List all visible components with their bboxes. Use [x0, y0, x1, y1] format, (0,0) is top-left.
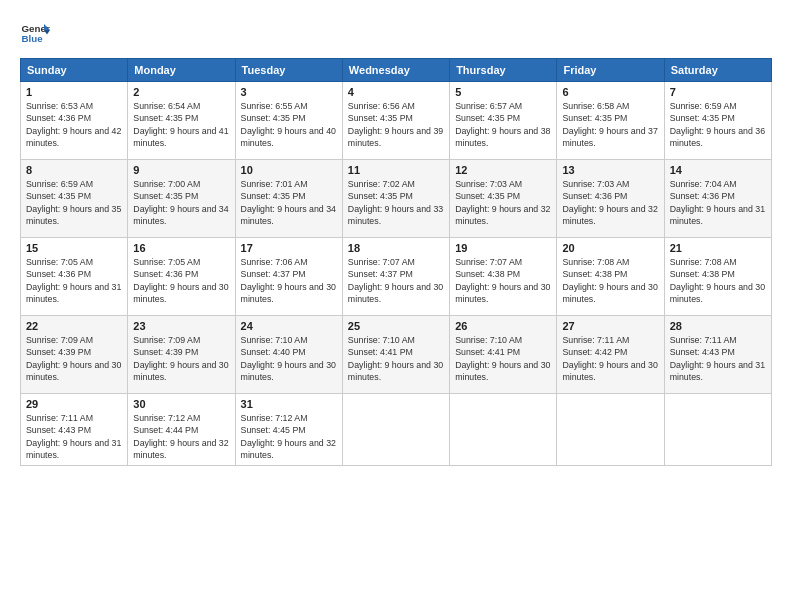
day-number: 29: [26, 398, 122, 410]
day-info: Sunrise: 6:53 AM Sunset: 4:36 PM Dayligh…: [26, 100, 122, 149]
day-info: Sunrise: 7:05 AM Sunset: 4:36 PM Dayligh…: [26, 256, 122, 305]
calendar-cell: 19 Sunrise: 7:07 AM Sunset: 4:38 PM Dayl…: [450, 238, 557, 316]
day-number: 26: [455, 320, 551, 332]
day-number: 31: [241, 398, 337, 410]
calendar-cell: 29 Sunrise: 7:11 AM Sunset: 4:43 PM Dayl…: [21, 394, 128, 466]
calendar-cell: 5 Sunrise: 6:57 AM Sunset: 4:35 PM Dayli…: [450, 82, 557, 160]
weekday-header-saturday: Saturday: [664, 59, 771, 82]
calendar-cell: 21 Sunrise: 7:08 AM Sunset: 4:38 PM Dayl…: [664, 238, 771, 316]
calendar-cell: 6 Sunrise: 6:58 AM Sunset: 4:35 PM Dayli…: [557, 82, 664, 160]
day-number: 4: [348, 86, 444, 98]
day-number: 22: [26, 320, 122, 332]
calendar-cell: 8 Sunrise: 6:59 AM Sunset: 4:35 PM Dayli…: [21, 160, 128, 238]
day-number: 11: [348, 164, 444, 176]
day-info: Sunrise: 6:54 AM Sunset: 4:35 PM Dayligh…: [133, 100, 229, 149]
day-info: Sunrise: 7:06 AM Sunset: 4:37 PM Dayligh…: [241, 256, 337, 305]
day-info: Sunrise: 7:03 AM Sunset: 4:35 PM Dayligh…: [455, 178, 551, 227]
weekday-header-wednesday: Wednesday: [342, 59, 449, 82]
day-info: Sunrise: 6:59 AM Sunset: 4:35 PM Dayligh…: [26, 178, 122, 227]
calendar-cell: 24 Sunrise: 7:10 AM Sunset: 4:40 PM Dayl…: [235, 316, 342, 394]
calendar-cell: 18 Sunrise: 7:07 AM Sunset: 4:37 PM Dayl…: [342, 238, 449, 316]
calendar-cell: 14 Sunrise: 7:04 AM Sunset: 4:36 PM Dayl…: [664, 160, 771, 238]
svg-text:Blue: Blue: [22, 33, 44, 44]
day-number: 23: [133, 320, 229, 332]
day-number: 2: [133, 86, 229, 98]
calendar-cell: 3 Sunrise: 6:55 AM Sunset: 4:35 PM Dayli…: [235, 82, 342, 160]
day-info: Sunrise: 7:05 AM Sunset: 4:36 PM Dayligh…: [133, 256, 229, 305]
day-info: Sunrise: 7:10 AM Sunset: 4:41 PM Dayligh…: [348, 334, 444, 383]
day-number: 3: [241, 86, 337, 98]
calendar-cell: 28 Sunrise: 7:11 AM Sunset: 4:43 PM Dayl…: [664, 316, 771, 394]
day-info: Sunrise: 7:11 AM Sunset: 4:43 PM Dayligh…: [670, 334, 766, 383]
day-number: 17: [241, 242, 337, 254]
logo: General Blue: [20, 18, 56, 48]
calendar-cell: [557, 394, 664, 466]
calendar-table: SundayMondayTuesdayWednesdayThursdayFrid…: [20, 58, 772, 466]
day-info: Sunrise: 6:56 AM Sunset: 4:35 PM Dayligh…: [348, 100, 444, 149]
day-number: 10: [241, 164, 337, 176]
header: General Blue: [20, 18, 772, 48]
calendar-cell: 30 Sunrise: 7:12 AM Sunset: 4:44 PM Dayl…: [128, 394, 235, 466]
day-number: 25: [348, 320, 444, 332]
weekday-header-tuesday: Tuesday: [235, 59, 342, 82]
day-info: Sunrise: 7:02 AM Sunset: 4:35 PM Dayligh…: [348, 178, 444, 227]
calendar-cell: [342, 394, 449, 466]
day-info: Sunrise: 7:04 AM Sunset: 4:36 PM Dayligh…: [670, 178, 766, 227]
day-info: Sunrise: 7:12 AM Sunset: 4:45 PM Dayligh…: [241, 412, 337, 461]
calendar-cell: 20 Sunrise: 7:08 AM Sunset: 4:38 PM Dayl…: [557, 238, 664, 316]
day-info: Sunrise: 7:03 AM Sunset: 4:36 PM Dayligh…: [562, 178, 658, 227]
day-number: 27: [562, 320, 658, 332]
weekday-header-friday: Friday: [557, 59, 664, 82]
day-info: Sunrise: 7:10 AM Sunset: 4:41 PM Dayligh…: [455, 334, 551, 383]
calendar-cell: 1 Sunrise: 6:53 AM Sunset: 4:36 PM Dayli…: [21, 82, 128, 160]
day-info: Sunrise: 7:00 AM Sunset: 4:35 PM Dayligh…: [133, 178, 229, 227]
day-info: Sunrise: 7:11 AM Sunset: 4:43 PM Dayligh…: [26, 412, 122, 461]
day-number: 20: [562, 242, 658, 254]
weekday-header-monday: Monday: [128, 59, 235, 82]
calendar-cell: [664, 394, 771, 466]
day-info: Sunrise: 6:58 AM Sunset: 4:35 PM Dayligh…: [562, 100, 658, 149]
day-info: Sunrise: 7:07 AM Sunset: 4:37 PM Dayligh…: [348, 256, 444, 305]
day-number: 7: [670, 86, 766, 98]
day-info: Sunrise: 7:09 AM Sunset: 4:39 PM Dayligh…: [26, 334, 122, 383]
day-number: 8: [26, 164, 122, 176]
calendar-cell: 26 Sunrise: 7:10 AM Sunset: 4:41 PM Dayl…: [450, 316, 557, 394]
day-number: 14: [670, 164, 766, 176]
day-info: Sunrise: 6:57 AM Sunset: 4:35 PM Dayligh…: [455, 100, 551, 149]
day-info: Sunrise: 7:07 AM Sunset: 4:38 PM Dayligh…: [455, 256, 551, 305]
page: General Blue SundayMondayTuesdayWednesda…: [0, 0, 792, 612]
weekday-header-sunday: Sunday: [21, 59, 128, 82]
calendar-cell: 4 Sunrise: 6:56 AM Sunset: 4:35 PM Dayli…: [342, 82, 449, 160]
calendar-cell: 9 Sunrise: 7:00 AM Sunset: 4:35 PM Dayli…: [128, 160, 235, 238]
day-number: 21: [670, 242, 766, 254]
day-number: 15: [26, 242, 122, 254]
day-info: Sunrise: 7:10 AM Sunset: 4:40 PM Dayligh…: [241, 334, 337, 383]
calendar-cell: 31 Sunrise: 7:12 AM Sunset: 4:45 PM Dayl…: [235, 394, 342, 466]
day-info: Sunrise: 7:08 AM Sunset: 4:38 PM Dayligh…: [670, 256, 766, 305]
day-number: 5: [455, 86, 551, 98]
weekday-header-thursday: Thursday: [450, 59, 557, 82]
calendar-cell: 15 Sunrise: 7:05 AM Sunset: 4:36 PM Dayl…: [21, 238, 128, 316]
day-number: 13: [562, 164, 658, 176]
calendar-cell: 25 Sunrise: 7:10 AM Sunset: 4:41 PM Dayl…: [342, 316, 449, 394]
day-number: 30: [133, 398, 229, 410]
calendar-cell: 10 Sunrise: 7:01 AM Sunset: 4:35 PM Dayl…: [235, 160, 342, 238]
calendar-cell: 11 Sunrise: 7:02 AM Sunset: 4:35 PM Dayl…: [342, 160, 449, 238]
calendar-cell: 2 Sunrise: 6:54 AM Sunset: 4:35 PM Dayli…: [128, 82, 235, 160]
day-number: 1: [26, 86, 122, 98]
calendar-cell: 23 Sunrise: 7:09 AM Sunset: 4:39 PM Dayl…: [128, 316, 235, 394]
day-info: Sunrise: 7:12 AM Sunset: 4:44 PM Dayligh…: [133, 412, 229, 461]
day-info: Sunrise: 6:59 AM Sunset: 4:35 PM Dayligh…: [670, 100, 766, 149]
logo-icon: General Blue: [20, 18, 50, 48]
day-info: Sunrise: 7:01 AM Sunset: 4:35 PM Dayligh…: [241, 178, 337, 227]
day-number: 9: [133, 164, 229, 176]
day-number: 24: [241, 320, 337, 332]
calendar-cell: 7 Sunrise: 6:59 AM Sunset: 4:35 PM Dayli…: [664, 82, 771, 160]
day-info: Sunrise: 7:11 AM Sunset: 4:42 PM Dayligh…: [562, 334, 658, 383]
calendar-cell: 22 Sunrise: 7:09 AM Sunset: 4:39 PM Dayl…: [21, 316, 128, 394]
calendar-cell: 12 Sunrise: 7:03 AM Sunset: 4:35 PM Dayl…: [450, 160, 557, 238]
calendar-cell: 13 Sunrise: 7:03 AM Sunset: 4:36 PM Dayl…: [557, 160, 664, 238]
day-number: 6: [562, 86, 658, 98]
calendar-cell: [450, 394, 557, 466]
calendar-cell: 16 Sunrise: 7:05 AM Sunset: 4:36 PM Dayl…: [128, 238, 235, 316]
